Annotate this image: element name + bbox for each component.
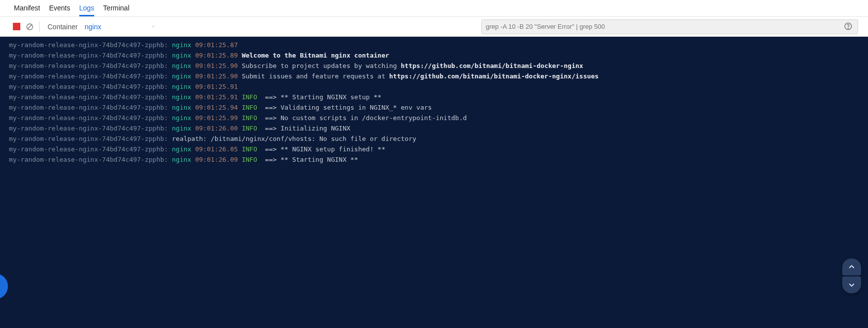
log-line: my-random-release-nginx-74bd74c497-zpphb… (0, 71, 868, 81)
log-filter-input-wrapper[interactable] (481, 19, 858, 34)
help-icon[interactable] (844, 22, 854, 32)
clear-logs-button[interactable] (25, 22, 34, 31)
log-line: my-random-release-nginx-74bd74c497-zpphb… (0, 92, 868, 102)
tab-manifest[interactable]: Manifest (14, 4, 40, 16)
log-line: my-random-release-nginx-74bd74c497-zpphb… (0, 50, 868, 61)
log-output: my-random-release-nginx-74bd74c497-zpphb… (0, 37, 868, 328)
log-filter-input[interactable] (486, 23, 839, 30)
log-line: my-random-release-nginx-74bd74c497-zpphb… (0, 61, 868, 71)
svg-point-3 (848, 28, 848, 28)
log-line: my-random-release-nginx-74bd74c497-zpphb… (0, 40, 868, 50)
log-line: my-random-release-nginx-74bd74c497-zpphb… (0, 154, 868, 165)
tab-events[interactable]: Events (49, 4, 70, 16)
log-line: my-random-release-nginx-74bd74c497-zpphb… (0, 81, 868, 92)
scroll-bottom-button[interactable] (842, 276, 861, 293)
log-toolbar: Container nginx (0, 17, 868, 37)
log-line: my-random-release-nginx-74bd74c497-zpphb… (0, 133, 868, 144)
container-label: Container (48, 23, 78, 31)
chevron-down-icon (151, 24, 156, 30)
container-select[interactable]: nginx (85, 23, 156, 31)
log-line: my-random-release-nginx-74bd74c497-zpphb… (0, 123, 868, 133)
log-line: my-random-release-nginx-74bd74c497-zpphb… (0, 102, 868, 113)
tab-terminal[interactable]: Terminal (103, 4, 129, 16)
container-select-value: nginx (85, 23, 101, 31)
svg-line-1 (28, 25, 32, 29)
log-line: my-random-release-nginx-74bd74c497-zpphb… (0, 113, 868, 123)
stop-streaming-button[interactable] (13, 23, 20, 30)
tabs-bar: ManifestEventsLogsTerminal (0, 0, 868, 17)
tab-logs[interactable]: Logs (79, 4, 94, 16)
scroll-controls (842, 259, 861, 293)
scroll-top-button[interactable] (842, 259, 861, 275)
toolbar-divider (39, 22, 40, 32)
log-line: my-random-release-nginx-74bd74c497-zpphb… (0, 144, 868, 154)
